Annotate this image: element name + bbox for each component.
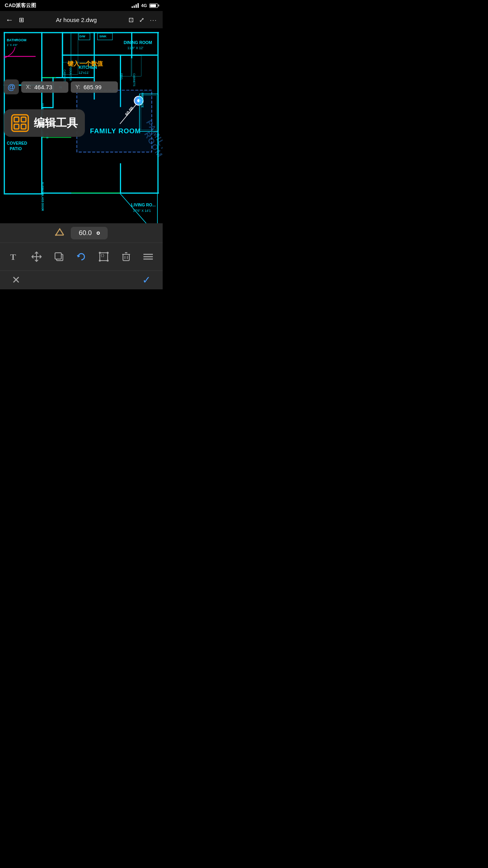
svg-rect-41 bbox=[4, 193, 43, 195]
battery-icon bbox=[149, 4, 158, 8]
svg-point-90 bbox=[106, 260, 108, 262]
network-label: 4G bbox=[141, 3, 147, 8]
svg-rect-47 bbox=[120, 163, 121, 193]
status-right: 4G bbox=[132, 3, 158, 8]
svg-rect-76 bbox=[14, 124, 19, 129]
copy-tool-button[interactable] bbox=[50, 248, 68, 265]
x-coord-field[interactable]: X: 464.73 bbox=[21, 81, 68, 93]
status-bar: CAD派客云图 4G bbox=[0, 0, 163, 11]
svg-rect-74 bbox=[14, 117, 19, 122]
svg-rect-11 bbox=[131, 32, 132, 59]
svg-rect-4 bbox=[41, 33, 42, 55]
svg-text:FRIG: FRIG bbox=[120, 73, 123, 79]
svg-point-87 bbox=[99, 252, 101, 254]
frame-button[interactable]: ⊡ bbox=[128, 16, 134, 24]
x-value: 464.73 bbox=[34, 84, 52, 90]
svg-rect-8 bbox=[94, 55, 157, 56]
svg-rect-20 bbox=[62, 55, 94, 56]
settings-button[interactable]: ⊞ bbox=[19, 16, 24, 24]
svg-text:键入一个数值: 键入一个数值 bbox=[67, 60, 103, 67]
svg-point-37 bbox=[137, 99, 140, 102]
svg-rect-77 bbox=[21, 124, 26, 129]
angle-value: 60.0 bbox=[79, 229, 92, 237]
app-name: CAD派客云图 bbox=[5, 2, 36, 9]
svg-rect-75 bbox=[21, 117, 26, 122]
delete-tool-button[interactable] bbox=[117, 248, 135, 265]
edit-tools-icon bbox=[11, 114, 29, 132]
svg-rect-91 bbox=[123, 254, 129, 261]
toolbar-left: ← ⊞ bbox=[6, 15, 24, 24]
text-tool-button[interactable]: T bbox=[6, 248, 23, 265]
edit-tools-label: 编辑工具 bbox=[34, 116, 78, 131]
toolbar-right: ⊡ ⤢ ··· bbox=[128, 16, 157, 24]
svg-rect-86 bbox=[101, 254, 104, 257]
cad-canvas[interactable]: N FAMILY ROOM FAMILY ROOM 60.00 bbox=[0, 28, 163, 223]
svg-text:FIREPLACE: FIREPLACE bbox=[141, 93, 144, 108]
svg-text:T: T bbox=[10, 252, 16, 262]
svg-text:12'x11': 12'x11' bbox=[79, 71, 89, 75]
svg-point-88 bbox=[106, 252, 108, 254]
svg-rect-84 bbox=[55, 253, 61, 259]
expand-button[interactable]: ⤢ bbox=[139, 16, 144, 24]
more-button[interactable]: ··· bbox=[150, 17, 157, 23]
scale-tool-button[interactable] bbox=[95, 248, 112, 265]
svg-point-89 bbox=[99, 260, 101, 262]
svg-text:SINK: SINK bbox=[99, 35, 107, 38]
svg-text:BATHROOM: BATHROOM bbox=[7, 38, 26, 42]
svg-text:COUNTER: COUNTER bbox=[69, 68, 72, 81]
coord-bar: @ X: 464.73 Y: 685.99 bbox=[4, 79, 163, 94]
svg-rect-48 bbox=[71, 193, 120, 193]
more-tools-button[interactable] bbox=[139, 248, 157, 265]
svg-text:PATIO: PATIO bbox=[10, 147, 22, 151]
action-bar: ✕ ✓ bbox=[0, 270, 163, 289]
svg-text:DINING ROOM: DINING ROOM bbox=[124, 40, 152, 45]
file-title: Ar house 2.dwg bbox=[56, 17, 97, 23]
svg-text:D/W: D/W bbox=[79, 35, 86, 38]
back-button[interactable]: ← bbox=[6, 15, 13, 24]
svg-text:COVERED: COVERED bbox=[7, 141, 27, 145]
svg-rect-44 bbox=[158, 133, 159, 193]
degree-icon bbox=[97, 232, 100, 235]
cancel-button[interactable]: ✕ bbox=[12, 274, 20, 286]
edit-tools-badge[interactable]: 编辑工具 bbox=[4, 109, 85, 137]
svg-point-79 bbox=[55, 234, 57, 236]
svg-rect-12 bbox=[41, 77, 56, 78]
confirm-button[interactable]: ✓ bbox=[142, 274, 151, 286]
angle-row: 60.0 bbox=[0, 223, 163, 243]
angle-value-box[interactable]: 60.0 bbox=[71, 227, 107, 239]
angle-icon bbox=[55, 227, 64, 239]
x-label: X: bbox=[26, 84, 31, 90]
tools-row: T bbox=[0, 243, 163, 270]
svg-rect-40 bbox=[4, 85, 5, 193]
bottom-panel: 60.0 T bbox=[0, 223, 163, 289]
svg-text:17'6" X 14'1: 17'6" X 14'1 bbox=[133, 209, 151, 213]
svg-text:FAMILY ROOM: FAMILY ROOM bbox=[90, 127, 141, 135]
svg-rect-22 bbox=[4, 32, 41, 33]
move-tool-button[interactable] bbox=[28, 248, 45, 265]
rotate-tool-button[interactable] bbox=[73, 248, 90, 265]
at-button[interactable]: @ bbox=[4, 79, 19, 94]
y-label: Y: bbox=[75, 84, 80, 90]
signal-icon bbox=[132, 3, 139, 8]
y-value: 685.99 bbox=[83, 84, 101, 90]
svg-text:11'8" X 12': 11'8" X 12' bbox=[127, 46, 143, 50]
svg-rect-6 bbox=[94, 32, 95, 77]
svg-text:LIVING RO...: LIVING RO... bbox=[131, 203, 156, 207]
y-coord-field[interactable]: Y: 685.99 bbox=[71, 81, 118, 93]
toolbar: ← ⊞ Ar house 2.dwg ⊡ ⤢ ··· bbox=[0, 11, 163, 28]
svg-text:SLIDING GLASS DOOR: SLIDING GLASS DOOR bbox=[41, 182, 44, 211]
svg-text:1' X 4'8": 1' X 4'8" bbox=[7, 43, 18, 47]
